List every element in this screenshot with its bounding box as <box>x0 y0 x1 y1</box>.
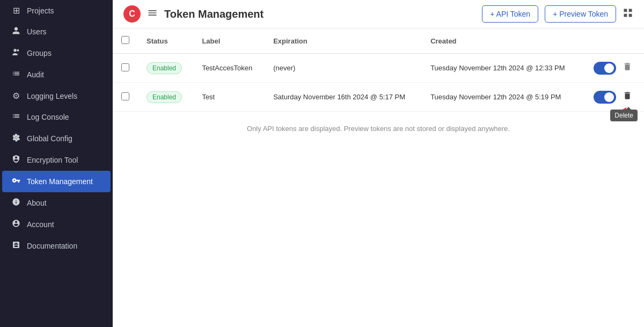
groups-icon <box>11 48 21 59</box>
table-row: Enabled Test Saturday November 16th 2024… <box>113 83 644 112</box>
table-row: Enabled TestAccesToken (never) Tuesday N… <box>113 54 644 83</box>
delete-tooltip-container: Delete <box>619 90 635 104</box>
row1-toggle[interactable] <box>594 62 616 75</box>
toggle-slider <box>594 62 616 75</box>
sidebar-item-groups[interactable]: Groups <box>2 42 111 64</box>
sidebar-item-account[interactable]: Account <box>2 214 111 235</box>
global-config-icon <box>11 133 21 144</box>
sidebar-item-encryption-tool[interactable]: Encryption Tool <box>2 149 111 171</box>
page-header: C Token Management + API Token + Preview… <box>113 0 644 28</box>
row1-checkbox-cell <box>113 54 138 83</box>
sidebar-item-log-console[interactable]: Log Console <box>2 106 111 128</box>
select-all-checkbox[interactable] <box>121 36 129 44</box>
row1-checkbox[interactable] <box>121 63 129 71</box>
table-header: Status Label Expiration Created <box>113 28 644 54</box>
sidebar-item-label: Groups <box>27 49 52 57</box>
sidebar-item-label: Users <box>27 27 47 36</box>
users-icon <box>11 26 21 37</box>
select-all-cell <box>113 28 138 54</box>
svg-point-1 <box>17 49 19 52</box>
svg-point-0 <box>13 49 16 52</box>
row2-toggle[interactable] <box>594 91 616 104</box>
row1-expiration-cell: (never) <box>265 54 422 83</box>
toggle-slider <box>594 91 616 104</box>
row2-checkbox[interactable] <box>121 92 129 100</box>
audit-icon <box>11 69 21 80</box>
grid-icon[interactable] <box>623 8 633 21</box>
sidebar-item-label: Audit <box>27 70 44 79</box>
sidebar-item-logging-levels[interactable]: ⚙ Logging Levels <box>2 85 111 106</box>
row2-status-cell: Enabled <box>138 83 193 112</box>
status-column-header: Status <box>138 28 193 54</box>
actions-column-header <box>582 28 644 54</box>
sidebar-item-global-config[interactable]: Global Config <box>2 128 111 149</box>
app-logo: C <box>123 5 141 23</box>
table-body: Enabled TestAccesToken (never) Tuesday N… <box>113 54 644 112</box>
row1-delete-button[interactable] <box>619 61 635 75</box>
row1-label-cell: TestAccesToken <box>193 54 265 83</box>
page-title: Token Management <box>164 8 475 20</box>
sidebar-item-label: Global Config <box>27 134 72 143</box>
account-icon <box>11 219 21 230</box>
tokens-table: Status Label Expiration Created Enabled <box>113 28 644 112</box>
row1-actions-cell <box>582 54 644 83</box>
about-icon <box>11 198 21 208</box>
sidebar-item-label: Encryption Tool <box>27 156 78 164</box>
content-area: Status Label Expiration Created Enabled <box>113 28 644 327</box>
row2-actions-cell: Delete <box>582 83 644 112</box>
sidebar-item-label: Projects <box>27 6 54 15</box>
row2-checkbox-cell <box>113 83 138 112</box>
sidebar-item-label: Account <box>27 220 54 229</box>
sidebar: ⊞ Projects Users Groups Audit ⚙ Logging … <box>0 0 113 327</box>
sidebar-item-documentation[interactable]: Documentation <box>2 235 111 257</box>
main-content: C Token Management + API Token + Preview… <box>113 0 644 327</box>
menu-icon[interactable] <box>147 8 158 21</box>
created-column-header: Created <box>422 28 582 54</box>
row2-expiration-cell: Saturday November 16th 2024 @ 5:17 PM <box>265 83 422 112</box>
projects-icon: ⊞ <box>11 5 21 16</box>
row2-delete-button[interactable] <box>619 90 635 104</box>
sidebar-item-about[interactable]: About <box>2 192 111 214</box>
row1-created-cell: Tuesday November 12th 2024 @ 12:33 PM <box>422 54 582 83</box>
sidebar-item-projects[interactable]: ⊞ Projects <box>2 0 111 21</box>
sidebar-item-label: About <box>27 199 47 207</box>
sidebar-item-label: Token Management <box>27 177 93 186</box>
encryption-icon <box>11 155 21 165</box>
label-column-header: Label <box>193 28 265 54</box>
log-console-icon <box>11 112 21 122</box>
svg-point-2 <box>15 136 17 139</box>
preview-token-button[interactable]: + Preview Token <box>545 5 616 23</box>
status-badge: Enabled <box>147 62 182 74</box>
sidebar-item-users[interactable]: Users <box>2 21 111 42</box>
delete-tooltip: Delete <box>610 110 638 121</box>
documentation-icon <box>11 241 21 251</box>
sidebar-item-token-management[interactable]: Token Management <box>2 171 111 192</box>
row2-created-cell: Tuesday November 12th 2024 @ 5:19 PM <box>422 83 582 112</box>
sidebar-item-audit[interactable]: Audit <box>2 64 111 85</box>
info-text: Only API tokens are displayed. Preview t… <box>113 112 644 137</box>
sidebar-item-label: Documentation <box>27 242 77 250</box>
api-token-button[interactable]: + API Token <box>482 5 538 23</box>
sidebar-item-label: Log Console <box>27 113 69 121</box>
row2-label-cell: Test <box>193 83 265 112</box>
logging-icon: ⚙ <box>11 91 21 101</box>
sidebar-item-label: Logging Levels <box>27 92 77 100</box>
expiration-column-header: Expiration <box>265 28 422 54</box>
token-management-icon <box>11 176 21 187</box>
status-badge: Enabled <box>147 91 182 103</box>
row1-status-cell: Enabled <box>138 54 193 83</box>
